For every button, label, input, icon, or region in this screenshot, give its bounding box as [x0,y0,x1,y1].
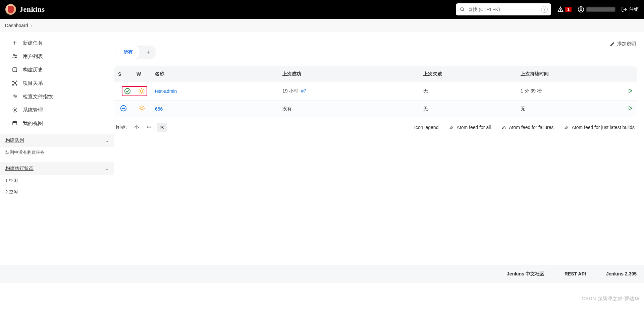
sidebar-item-label: 新建任务 [23,40,43,46]
col-last-fail[interactable]: 上次失败 [419,66,517,82]
svg-point-9 [13,55,15,56]
sidebar-item-users[interactable]: 用户列表 [0,50,114,63]
main-content: 添加说明 所有 + S W 名称 ↓ 上次成功 上次失败 上次持续时间 [114,32,644,198]
footer-rest-link[interactable]: REST API [565,271,586,277]
svg-point-3 [560,11,561,11]
sidebar: 新建任务 用户列表 构建历史 项目关系 检查文件指纹 系统管理 我的视图 构建队… [0,32,114,198]
sidebar-item-label: 用户列表 [23,53,43,60]
size-large[interactable]: 大 [157,123,167,132]
executor-row: 2 空闲 [0,186,114,198]
top-header: Jenkins ? 1 注销 [0,0,644,19]
tab-all[interactable]: 所有 [116,46,140,59]
search-box[interactable]: ? [456,3,551,15]
col-name[interactable]: 名称 ↓ [151,66,278,82]
job-name-link[interactable]: 666 [155,106,163,112]
svg-line-20 [15,82,16,82]
last-success-text: 19 小时 [282,88,298,93]
duration-text: 无 [517,100,623,117]
chevron-down-icon: ⌄ [105,166,109,171]
sidebar-item-manage[interactable]: 系统管理 [0,103,114,117]
sidebar-item-myviews[interactable]: 我的视图 [0,117,114,130]
logout-label: 注销 [629,6,639,12]
last-fail-text: 无 [419,100,517,117]
svg-point-39 [123,108,124,109]
weather-sunny-icon [138,87,145,95]
add-description-label: 添加说明 [617,41,636,47]
col-last-success[interactable]: 上次成功 [278,66,419,82]
svg-line-46 [140,106,140,107]
users-icon [11,53,18,60]
sidebar-item-label: 系统管理 [23,107,43,113]
breadcrumb-dashboard[interactable]: Dashboard [5,23,28,28]
last-success-text: 没有 [282,106,292,111]
sidebar-item-relations[interactable]: 项目关系 [0,76,114,90]
gear-icon [11,107,18,113]
svg-point-41 [141,107,143,109]
executor-row: 1 空闲 [0,175,114,186]
table-row: test-admin 19 小时#7 无 1 分 39 秒 [114,82,637,100]
svg-line-49 [143,106,144,107]
atom-all-link[interactable]: Atom feed for all [449,125,491,130]
plus-icon [11,40,18,46]
add-description-button[interactable]: 添加说明 [610,41,636,47]
col-weather[interactable]: W [132,66,151,82]
table-bottom-bar: 图标: 小 中 大 Icon legend Atom feed for all … [114,117,637,135]
help-icon[interactable]: ? [541,6,548,13]
logo-area[interactable]: Jenkins [5,4,45,15]
user-menu[interactable] [578,6,615,13]
duration-text: 1 分 39 秒 [517,82,623,100]
footer-community-link[interactable]: Jenkins 中文社区 [507,271,544,277]
sort-arrow-icon: ↓ [166,71,168,76]
logo-text: Jenkins [19,5,45,14]
svg-line-22 [15,84,16,84]
alert-count: 1 [565,7,572,12]
svg-point-40 [124,108,125,109]
svg-line-19 [13,82,14,82]
svg-point-5 [580,8,582,9]
table-row: 666 没有 无 无 [114,100,637,117]
footer-version: Jenkins 2.395 [606,271,637,277]
svg-marker-36 [629,89,632,92]
status-notbuilt-icon [120,105,127,112]
sidebar-item-label: 检查文件指纹 [23,93,53,100]
col-status[interactable]: S [114,66,132,82]
chevron-down-icon: ⌄ [105,138,109,143]
feed-bar: Icon legend Atom feed for all Atom feed … [414,125,635,130]
build-link[interactable]: #7 [301,88,306,93]
sidebar-item-history[interactable]: 构建历史 [0,63,114,76]
build-queue-header[interactable]: 构建队列 ⌄ [0,134,114,147]
fingerprint-icon [11,93,18,100]
icon-size-label: 图标: [116,124,127,130]
build-now-button[interactable] [627,107,633,112]
sidebar-item-new[interactable]: 新建任务 [0,36,114,50]
chevron-right-icon: › [31,23,33,28]
svg-point-52 [502,128,503,129]
logout-button[interactable]: 注销 [621,6,639,12]
page-footer: Jenkins 中文社区 REST API Jenkins 2.395 [0,265,644,283]
alerts-button[interactable]: 1 [557,6,572,13]
build-now-button[interactable] [627,89,633,95]
svg-point-27 [140,90,143,92]
tab-add[interactable]: + [140,46,156,59]
atom-failures-link[interactable]: Atom feed for failures [501,125,553,130]
svg-point-26 [125,88,130,94]
svg-line-33 [143,93,144,93]
sidebar-item-fingerprint[interactable]: 检查文件指纹 [0,90,114,103]
window-icon [11,120,18,127]
last-fail-text: 无 [419,82,517,100]
size-medium[interactable]: 中 [144,123,154,132]
username-redacted [586,7,615,12]
build-queue-empty: 队列中没有构建任务 [0,147,114,158]
svg-point-15 [12,81,13,82]
size-small[interactable]: 小 [131,123,142,132]
col-last-duration[interactable]: 上次持续时间 [517,66,623,82]
sidebar-item-label: 构建历史 [23,67,43,73]
job-name-link[interactable]: test-admin [155,88,177,94]
atom-latest-link[interactable]: Atom feed for just latest builds [564,125,635,130]
search-input[interactable] [468,7,538,12]
icon-legend-link[interactable]: Icon legend [414,125,438,130]
svg-rect-24 [13,122,17,125]
svg-point-51 [450,128,450,129]
svg-line-35 [143,89,144,89]
executor-header[interactable]: 构建执行状态 ⌄ [0,162,114,175]
